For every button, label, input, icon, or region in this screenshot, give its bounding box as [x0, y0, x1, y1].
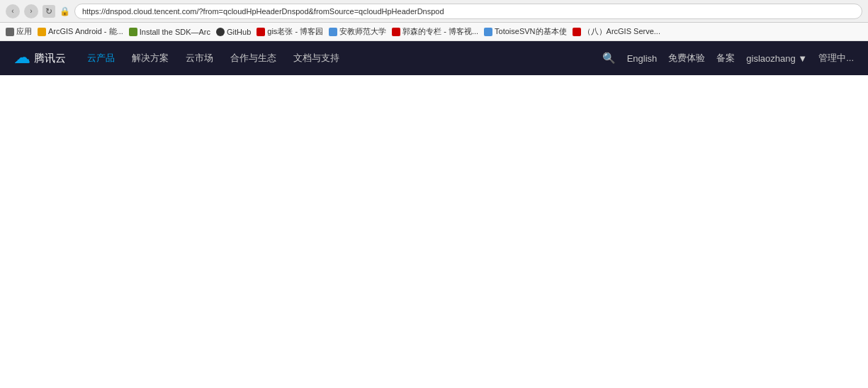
back-button[interactable]: ‹: [6, 4, 20, 18]
bookmark-guosen[interactable]: 郭森的专栏 - 博客视...: [392, 26, 478, 37]
github-icon: [216, 28, 225, 36]
nav-partners[interactable]: 合作与生态: [230, 52, 276, 65]
apps-icon: [6, 28, 14, 36]
cnblogs-icon: [257, 28, 265, 36]
refresh-button[interactable]: ↻: [43, 5, 55, 18]
nav-solutions[interactable]: 解决方案: [132, 52, 169, 65]
forward-button[interactable]: ›: [24, 4, 38, 18]
bookmark-github[interactable]: GitHub: [216, 28, 251, 36]
bookmark-arcgis[interactable]: ArcGIS Android - 能...: [38, 26, 123, 37]
bookmark-apps[interactable]: 应用: [6, 26, 32, 37]
nav-marketplace[interactable]: 云市场: [186, 52, 213, 65]
logo-area[interactable]: ☁ 腾讯云: [14, 49, 66, 67]
logo-text: 腾讯云: [34, 52, 66, 65]
bookmarks-bar: 应用 ArcGIS Android - 能... Install the SDK…: [0, 23, 868, 41]
bookmark-sdk[interactable]: Install the SDK—Arc: [129, 28, 210, 36]
bookmark-tortoise[interactable]: TotoiseSVN的基本使: [484, 26, 566, 37]
bookmark-edu[interactable]: 安教师范大学: [329, 26, 386, 37]
sdk-icon: [129, 28, 137, 36]
browser-chrome: ‹ › ↻ 🔒: [0, 0, 868, 23]
nav-menu: 云产品 解决方案 云市场 合作与生态 文档与支持: [87, 52, 339, 65]
nav-yunproduct[interactable]: 云产品: [87, 52, 115, 65]
search-icon[interactable]: 🔍: [602, 52, 616, 65]
edu-icon: [329, 28, 337, 36]
language-switcher[interactable]: English: [627, 53, 658, 64]
lock-icon: 🔒: [60, 6, 70, 16]
guosen-icon: [392, 28, 400, 36]
url-bar[interactable]: [74, 4, 862, 19]
registration-link[interactable]: 备案: [716, 52, 735, 65]
nav-docs[interactable]: 文档与支持: [293, 52, 339, 65]
free-trial-link[interactable]: 免费体验: [668, 52, 705, 65]
arcgis-server-icon: [573, 28, 581, 36]
management-link[interactable]: 管理中...: [818, 52, 854, 65]
main-header: ☁ 腾讯云 云产品 解决方案 云市场 合作与生态 文档与支持 🔍 English…: [0, 41, 868, 75]
header-right: 🔍 English 免费体验 备案 gislaozhang ▼ 管理中...: [602, 52, 854, 65]
cloud-icon: ☁: [14, 49, 30, 67]
arcgis-icon: [38, 28, 46, 36]
user-account[interactable]: gislaozhang ▼: [746, 53, 807, 64]
tortoise-icon: [484, 28, 492, 36]
bookmark-arcgis-server[interactable]: （八）ArcGIS Serve...: [573, 26, 660, 37]
bookmark-cnblogs[interactable]: gis老张 - 博客园: [257, 26, 323, 37]
